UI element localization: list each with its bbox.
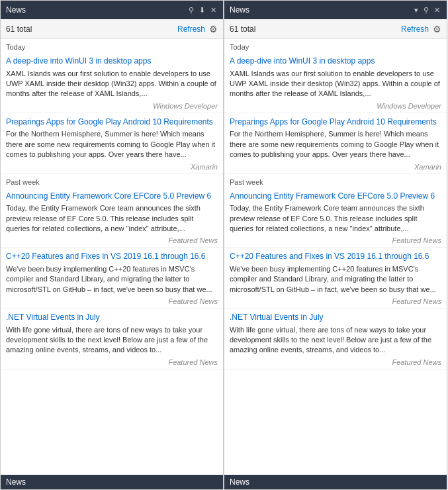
left-toolbar: 61 total Refresh ⚙ xyxy=(1,19,223,39)
list-item[interactable]: Preparings Apps for Google Play Android … xyxy=(224,113,447,174)
news-title[interactable]: A deep-dive into WinUI 3 in desktop apps xyxy=(6,56,218,67)
news-source: Xamarin xyxy=(230,163,441,171)
news-body: XAML Islands was our first solution to e… xyxy=(230,69,441,99)
news-title[interactable]: C++20 Features and Fixes in VS 2019 16.1… xyxy=(230,252,441,262)
news-source: Featured News xyxy=(230,236,441,244)
left-pastweek-header: Past week xyxy=(1,174,223,187)
right-today-header: Today xyxy=(224,39,447,52)
list-item[interactable]: Announcing Entity Framework Core EFCore … xyxy=(1,187,223,248)
right-toolbar-actions: Refresh ⚙ xyxy=(401,24,441,34)
close-icon[interactable]: ✕ xyxy=(433,5,441,15)
list-item[interactable]: A deep-dive into WinUI 3 in desktop apps… xyxy=(224,52,447,113)
right-panel: News ▾ ⚲ ✕ 61 total Refresh ⚙ Today A de… xyxy=(224,0,447,490)
left-count: 61 total xyxy=(6,24,32,34)
news-source: Featured News xyxy=(230,297,441,305)
news-title[interactable]: .NET Virtual Events in July xyxy=(230,313,441,323)
left-panel: News ⚲ ⬇ ✕ 61 total Refresh ⚙ Today A de… xyxy=(0,0,224,490)
left-header-icons: ⚲ ⬇ ✕ xyxy=(187,5,218,15)
news-body: XAML Islands was our first solution to e… xyxy=(6,69,218,99)
news-source: Windows Developer xyxy=(230,102,441,110)
news-body: Today, the Entity Framework Core team an… xyxy=(6,203,218,234)
dropdown-icon[interactable]: ▾ xyxy=(413,5,420,15)
news-title[interactable]: A deep-dive into WinUI 3 in desktop apps xyxy=(230,56,441,67)
right-panel-header: News ▾ ⚲ ✕ xyxy=(224,1,447,19)
news-source: Featured News xyxy=(6,236,218,244)
right-count: 61 total xyxy=(230,24,255,34)
pin-icon[interactable]: ⚲ xyxy=(187,5,195,15)
left-today-header: Today xyxy=(1,39,223,52)
list-item[interactable]: Preparings Apps for Google Play Android … xyxy=(1,113,223,174)
close-icon[interactable]: ✕ xyxy=(209,5,218,15)
list-item[interactable]: C++20 Features and Fixes in VS 2019 16.1… xyxy=(224,248,447,309)
news-body: With life gone virtual, there are tons o… xyxy=(230,325,441,356)
right-panel-footer: News xyxy=(224,475,447,489)
left-content: Today A deep-dive into WinUI 3 in deskto… xyxy=(1,39,223,475)
pin-icon[interactable]: ⚲ xyxy=(422,5,430,15)
news-body: For the Northern Hemisphere, Summer is h… xyxy=(6,129,218,160)
right-header-icons: ▾ ⚲ ✕ xyxy=(413,5,441,15)
list-item[interactable]: Announcing Entity Framework Core EFCore … xyxy=(224,187,447,248)
news-title[interactable]: Announcing Entity Framework Core EFCore … xyxy=(230,191,441,202)
news-title[interactable]: C++20 Features and Fixes in VS 2019 16.1… xyxy=(6,252,218,262)
news-source: Featured News xyxy=(6,297,218,305)
left-panel-header: News ⚲ ⬇ ✕ xyxy=(1,1,223,19)
news-title[interactable]: .NET Virtual Events in July xyxy=(6,313,218,323)
right-panel-title: News xyxy=(230,5,249,15)
right-refresh-button[interactable]: Refresh xyxy=(401,24,429,34)
left-toolbar-actions: Refresh ⚙ xyxy=(177,24,218,34)
news-source: Featured News xyxy=(6,358,218,366)
news-body: We've been busy implementing C++20 featu… xyxy=(230,264,441,295)
list-item[interactable]: C++20 Features and Fixes in VS 2019 16.1… xyxy=(1,248,223,309)
news-source: Xamarin xyxy=(6,163,218,171)
list-item[interactable]: A deep-dive into WinUI 3 in desktop apps… xyxy=(1,52,223,113)
news-body: Today, the Entity Framework Core team an… xyxy=(230,203,441,234)
news-body: We've been busy implementing C++20 featu… xyxy=(6,264,218,295)
news-title[interactable]: Announcing Entity Framework Core EFCore … xyxy=(6,191,218,202)
right-toolbar: 61 total Refresh ⚙ xyxy=(224,19,447,39)
minimize-icon[interactable]: ⬇ xyxy=(198,5,206,15)
list-item[interactable]: .NET Virtual Events in July With life go… xyxy=(1,309,223,369)
news-body: With life gone virtual, there are tons o… xyxy=(6,325,218,356)
news-body: For the Northern Hemisphere, Summer is h… xyxy=(230,129,441,160)
left-panel-title: News xyxy=(6,5,26,15)
news-title[interactable]: Preparings Apps for Google Play Android … xyxy=(6,117,218,128)
news-source: Windows Developer xyxy=(6,102,218,110)
right-settings-icon[interactable]: ⚙ xyxy=(433,24,441,34)
news-source: Featured News xyxy=(230,358,441,366)
left-panel-footer: News xyxy=(1,475,223,489)
left-settings-icon[interactable]: ⚙ xyxy=(209,24,218,34)
right-content: Today A deep-dive into WinUI 3 in deskto… xyxy=(224,39,447,475)
right-pastweek-header: Past week xyxy=(224,174,447,187)
news-title[interactable]: Preparings Apps for Google Play Android … xyxy=(230,117,441,128)
left-refresh-button[interactable]: Refresh xyxy=(177,24,205,34)
list-item[interactable]: .NET Virtual Events in July With life go… xyxy=(224,309,447,369)
